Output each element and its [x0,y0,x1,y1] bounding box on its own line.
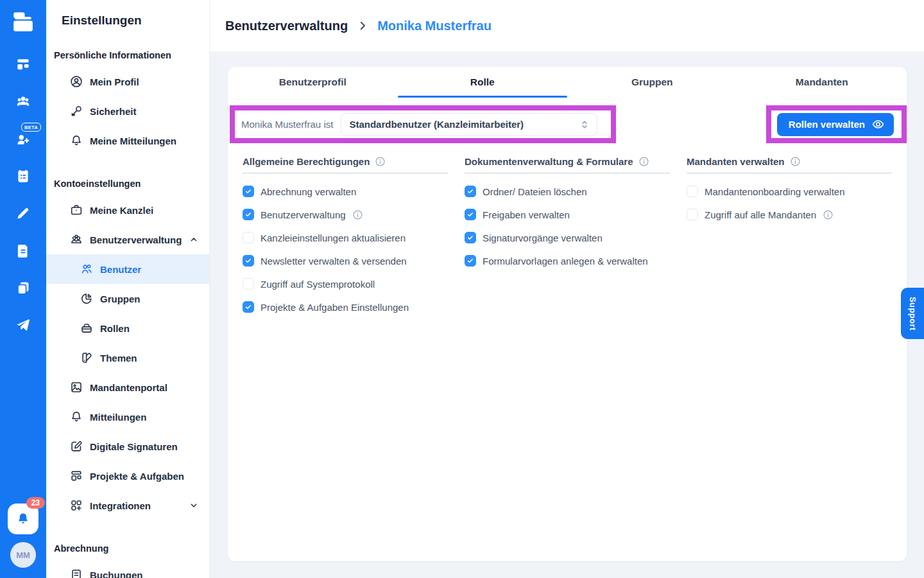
permission-label: Newsletter verwalten & versenden [261,256,407,267]
role-select-value: Standardbenutzer (Kanzleimitarbeiter) [349,119,524,130]
grid-plus-icon [69,498,83,512]
sidebar-item-integrationen[interactable]: Integrationen [46,491,209,520]
permission-label: Zugriff auf alle Mandanten [705,209,816,220]
info-icon[interactable] [375,156,386,167]
content-area: Benutzerprofil Rolle Gruppen Mandanten M… [210,51,924,578]
sidebar-item-meine-kanzlei[interactable]: Meine Kanzlei [46,195,209,225]
sidebar-item-mein-profil[interactable]: Mein Profil [46,67,209,96]
document-icon[interactable] [14,241,32,259]
chevron-up-icon[interactable] [189,234,199,245]
chevron-down-icon[interactable] [189,500,199,511]
permission-column-dokumente: Dokumentenverwaltung & Formulare Ordner/… [465,156,670,319]
info-icon[interactable] [823,209,834,220]
pie-chart-icon [80,292,94,306]
sidebar-item-mitteilungen[interactable]: Mitteilungen [46,402,209,432]
sidebar-item-benutzer[interactable]: Benutzer [46,254,209,284]
sidebar-item-buchungen[interactable]: Buchungen [46,560,209,578]
section-heading-personal: Persönliche Informationen [54,49,209,62]
tab-rolle[interactable]: Rolle [398,67,568,98]
checkbox[interactable] [243,278,254,290]
breadcrumb-section[interactable]: Benutzerverwaltung [225,19,348,33]
checkbox[interactable] [465,209,476,220]
permission-row: Signaturvorgänge verwalten [465,226,670,249]
info-icon[interactable] [790,156,801,167]
sidebar-item-label: Rollen [100,323,130,334]
sidebar-item-benutzerverwaltung[interactable]: Benutzerverwaltung [46,225,209,254]
checkbox[interactable] [687,209,698,220]
permission-column-mandanten: Mandanten verwalten Mandantenonboarding … [687,156,892,319]
sidebar-item-label: Meine Kanzlei [90,205,153,216]
support-tab[interactable]: Support [901,288,924,339]
tab-gruppen[interactable]: Gruppen [567,67,737,98]
notification-badge: 23 [26,497,45,509]
tasks-clipboard-icon[interactable] [14,167,32,185]
bell-icon [15,511,31,527]
beta-badge: BETA [21,123,41,132]
column-heading: Mandanten verwalten [687,156,785,167]
sidebar-item-projekte-aufgaben[interactable]: Projekte & Aufgaben [46,461,209,491]
unfold-icon [579,119,590,130]
sidebar-item-label: Digitale Signaturen [90,441,178,452]
tab-benutzerprofil[interactable]: Benutzerprofil [228,67,398,98]
sidebar-item-rollen[interactable]: Rollen [46,313,209,343]
permission-label: Formularvorlagen anlegen & verwalten [483,256,648,267]
info-icon[interactable] [638,156,649,167]
column-heading: Allgemeine Berechtigungen [243,156,370,167]
chevron-right-icon [357,20,368,31]
copy-pages-icon[interactable] [14,279,32,297]
checkbox[interactable] [243,301,254,313]
sidebar-item-mandantenportal[interactable]: Mandantenportal [46,372,209,402]
user-add-beta-icon[interactable]: BETA [14,130,32,148]
breadcrumb-current: Monika Musterfrau [377,19,492,33]
sidebar-item-label: Meine Mitteilungen [90,136,176,146]
user-detail-card: Benutzerprofil Rolle Gruppen Mandanten M… [228,67,907,561]
permission-label: Ordner/ Dateien löschen [483,186,587,197]
checkbox[interactable] [243,186,254,197]
sidebar-item-label: Benutzer [100,264,141,275]
folder-logo-icon[interactable] [9,8,37,36]
sidebar-item-label: Integrationen [90,500,151,511]
annotation-highlight-manage-button: Rollen verwalten [766,105,907,143]
role-select[interactable]: Standardbenutzer (Kanzleimitarbeiter) [341,113,597,136]
sidebar-item-gruppen[interactable]: Gruppen [46,284,209,313]
layout-columns-icon [69,469,83,483]
checkbox[interactable] [465,186,476,197]
edit-square-icon [69,439,83,453]
dashboard-icon[interactable] [14,55,32,73]
checkbox[interactable] [465,232,476,243]
invoice-icon [69,568,83,578]
send-icon[interactable] [14,316,32,334]
settings-sidebar: Einstellungen Persönliche Informationen … [46,0,210,578]
column-heading: Dokumentenverwaltung & Formulare [465,156,633,167]
icon-rail: BETA [0,0,46,578]
checkbox[interactable] [243,255,254,267]
permission-label: Kanzleieinstellungen aktualisieren [261,232,406,243]
checkbox[interactable] [687,186,698,197]
user-circle-icon [69,74,83,89]
notifications-button[interactable]: 23 [8,504,38,534]
sidebar-item-themen[interactable]: Themen [46,343,209,372]
manage-roles-label: Rollen verwalten [789,119,865,130]
sidebar-item-digitale-signaturen[interactable]: Digitale Signaturen [46,432,209,461]
checkbox[interactable] [243,232,254,243]
breadcrumb: Benutzerverwaltung Monika Musterfrau [210,0,924,51]
permission-row: Ordner/ Dateien löschen [465,180,670,203]
sidebar-item-meine-mitteilungen[interactable]: Meine Mitteilungen [46,126,209,155]
main-area: Benutzerverwaltung Monika Musterfrau Ben… [210,0,924,578]
sidebar-item-label: Themen [100,353,137,363]
permission-row: Formularvorlagen anlegen & verwalten [465,249,670,272]
sidebar-item-sicherheit[interactable]: Sicherheit [46,96,209,126]
team-icon[interactable] [14,92,32,110]
permission-row: Benutzerverwaltung [243,203,448,226]
avatar[interactable]: MM [10,542,36,568]
info-icon[interactable] [352,209,363,220]
tab-mandanten[interactable]: Mandanten [737,67,907,98]
pen-icon[interactable] [14,204,32,222]
manage-roles-button[interactable]: Rollen verwalten [777,113,894,136]
permission-label: Freigaben verwalten [483,209,570,220]
sidebar-item-label: Sicherheit [90,106,137,117]
checkbox[interactable] [465,255,476,267]
checkbox[interactable] [243,209,254,220]
permission-label: Projekte & Aufgaben Einstellungen [261,302,409,313]
permission-row: Zugriff auf Systemprotokoll [243,272,448,295]
